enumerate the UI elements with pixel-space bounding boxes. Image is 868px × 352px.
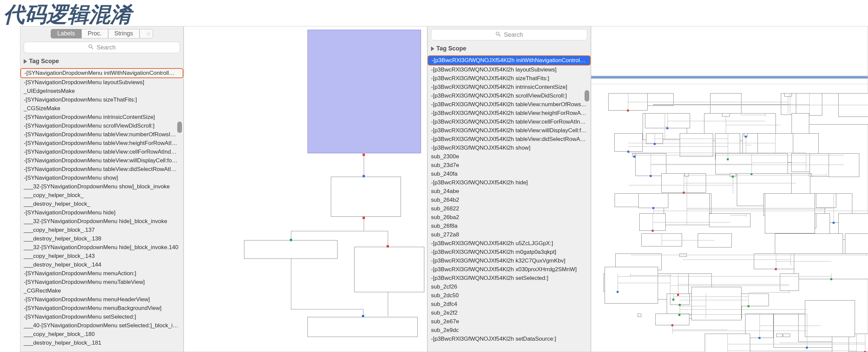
list-item[interactable]: _CGSizeMake bbox=[20, 104, 183, 113]
flow-node[interactable] bbox=[776, 334, 782, 337]
list-item[interactable]: ___destroy_helper_block_.181 bbox=[20, 339, 183, 347]
list-item[interactable]: -[p3BwcRXl3GfWQNOJXf54Kl2h intrinsicCont… bbox=[428, 83, 591, 91]
list-item[interactable]: -[p3BwcRXl3GfWQNOJXf54Kl2h layoutSubview… bbox=[428, 65, 591, 74]
list-item[interactable]: sub_2dfc4 bbox=[428, 300, 591, 309]
list-item[interactable]: -[p3BwcRXl3GfWQNOJXf54Kl2h k32C7QuxVgmKb… bbox=[428, 257, 591, 265]
list-item[interactable]: sub_2300e bbox=[428, 152, 591, 161]
flow-node[interactable] bbox=[805, 300, 855, 337]
list-item[interactable]: -[p3BwcRXl3GfWQNOJXf54Kl2h setSelected:] bbox=[428, 274, 591, 283]
list-item[interactable]: -[p3BwcRXl3GfWQNOJXf54Kl2h tableView:hei… bbox=[428, 109, 591, 118]
flow-node[interactable] bbox=[604, 267, 658, 303]
list-item[interactable]: -[SYNavigationDropdownMenu show] bbox=[20, 174, 183, 182]
list-item[interactable]: -[p3BwcRXl3GfWQNOJXf54Kl2h tableView:cel… bbox=[428, 118, 591, 126]
flow-node[interactable] bbox=[783, 334, 790, 337]
list-item[interactable]: ___copy_helper_block_.180 bbox=[20, 330, 183, 339]
list-item[interactable]: -[SYNavigationDropdownMenu hide] bbox=[20, 208, 183, 217]
list-item[interactable]: -[SYNavigationDropdownMenu sizeThatFits:… bbox=[20, 95, 183, 104]
list-item[interactable]: ___32-[SYNavigationDropdownMenu show]_bl… bbox=[20, 182, 183, 191]
list-item[interactable]: -[p3BwcRXl3GfWQNOJXf54Kl2h u5ZcLJGGpX:] bbox=[428, 239, 591, 248]
list-item[interactable]: -[SYNavigationDropdownMenu setSelected:] bbox=[20, 313, 183, 321]
list-item[interactable]: -[SYNavigationDropdownMenu initWithNavig… bbox=[20, 68, 183, 78]
list-item[interactable]: ___32-[SYNavigationDropdownMenu hide]_bl… bbox=[20, 217, 183, 226]
list-item[interactable]: sub_23d7e bbox=[428, 161, 591, 170]
list-item[interactable]: -[p3BwcRXl3GfWQNOJXf54Kl2h tableView:did… bbox=[428, 135, 591, 144]
flow-node[interactable] bbox=[845, 233, 868, 256]
flow-node[interactable] bbox=[775, 233, 843, 255]
flow-node[interactable] bbox=[722, 113, 730, 117]
list-item[interactable]: sub_2cf26 bbox=[428, 283, 591, 291]
list-item[interactable]: -[SYNavigationDropdownMenu tableView:did… bbox=[20, 165, 183, 174]
flow-node[interactable] bbox=[307, 30, 421, 153]
list-item[interactable]: -[p3BwcRXl3GfWQNOJXf54Kl2h setDataSource… bbox=[428, 334, 591, 343]
flow-node[interactable] bbox=[680, 133, 713, 157]
flow-node[interactable] bbox=[331, 177, 401, 217]
list-item[interactable]: _CGRectMake bbox=[20, 287, 183, 295]
list-item[interactable]: -[p3BwcRXl3GfWQNOJXf54Kl2h tableView:num… bbox=[428, 100, 591, 109]
flow-node[interactable] bbox=[614, 133, 643, 152]
left-flow-canvas[interactable] bbox=[184, 26, 427, 352]
tab-favorite[interactable]: ☆ bbox=[140, 29, 153, 38]
tab-strings[interactable]: Strings bbox=[108, 29, 140, 38]
list-item[interactable]: -[SYNavigationDropdownMenu menuTableView… bbox=[20, 278, 183, 287]
list-item[interactable]: sub_264b2 bbox=[428, 196, 591, 204]
list-item[interactable]: -[p3BwcRXl3GfWQNOJXf54Kl2h hide] bbox=[428, 178, 591, 187]
flow-node[interactable] bbox=[816, 194, 836, 208]
list-item[interactable]: -[SYNavigationDropdownMenu menuHeaderVie… bbox=[20, 295, 183, 304]
list-item[interactable]: ___copy_helper_block_ bbox=[20, 191, 183, 200]
list-item[interactable]: ___copy_helper_block_.137 bbox=[20, 226, 183, 234]
list-item[interactable]: sub_2dc50 bbox=[428, 291, 591, 300]
flow-node[interactable] bbox=[638, 314, 641, 317]
list-item[interactable]: sub_272a8 bbox=[428, 230, 591, 239]
flow-node[interactable] bbox=[829, 153, 860, 177]
list-item[interactable]: ___40-[SYNavigationDropdownMenu setSelec… bbox=[20, 321, 183, 330]
flow-node[interactable] bbox=[709, 213, 750, 227]
left-search-input[interactable]: Search bbox=[24, 42, 180, 53]
right-scrollbar[interactable] bbox=[585, 90, 589, 101]
flow-node[interactable] bbox=[655, 314, 689, 325]
left-symbol-list[interactable]: -[SYNavigationDropdownMenu initWithNavig… bbox=[20, 68, 183, 352]
list-item[interactable]: sub_24abe bbox=[428, 187, 591, 196]
list-item[interactable]: -[p3BwcRXl3GfWQNOJXf54Kl2h tableView:wil… bbox=[428, 126, 591, 135]
list-item[interactable]: -[SYNavigationDropdownMenu menuAction:] bbox=[20, 269, 183, 278]
list-item[interactable]: ___destroy_helper_block_.138 bbox=[20, 234, 183, 243]
list-item[interactable]: -[p3BwcRXl3GfWQNOJXf54Kl2h initWithNavig… bbox=[428, 55, 591, 65]
list-item[interactable]: sub_2e2f2 bbox=[428, 309, 591, 317]
flow-node[interactable] bbox=[698, 233, 732, 247]
list-item[interactable]: -[SYNavigationDropdownMenu layoutSubview… bbox=[20, 78, 183, 87]
right-flow-canvas[interactable] bbox=[591, 26, 868, 352]
list-item[interactable]: ___destroy_helper_block_ bbox=[20, 200, 183, 208]
flow-node[interactable] bbox=[784, 93, 792, 96]
list-item[interactable]: -[SYNavigationDropdownMenu tableView:hei… bbox=[20, 139, 183, 148]
list-item[interactable]: sub_26f8a bbox=[428, 222, 591, 230]
list-item[interactable]: -[p3BwcRXl3GfWQNOJXf54Kl2h show] bbox=[428, 144, 591, 152]
list-item[interactable]: sub_2e67e bbox=[428, 317, 591, 326]
list-item[interactable]: -[SYNavigationDropdownMenu tableView:cel… bbox=[20, 148, 183, 156]
flow-node[interactable] bbox=[354, 247, 424, 292]
tab-labels[interactable]: Labels bbox=[51, 29, 81, 38]
left-tag-scope[interactable]: Tag Scope bbox=[20, 54, 183, 68]
flow-node[interactable] bbox=[244, 240, 338, 259]
list-item[interactable]: -[p3BwcRXl3GfWQNOJXf54Kl2h m0gatp0a3qkpt… bbox=[428, 248, 591, 257]
list-item[interactable]: sub_240fa bbox=[428, 170, 591, 178]
flow-node[interactable] bbox=[765, 194, 815, 233]
list-item[interactable]: -[p3BwcRXl3GfWQNOJXf54Kl2h x030pnxXHrrdg… bbox=[428, 265, 591, 274]
list-item[interactable]: -[SYNavigationDropdownMenu intrinsicCont… bbox=[20, 113, 183, 122]
list-item[interactable]: -[p3BwcRXl3GfWQNOJXf54Kl2h scrollViewDid… bbox=[428, 91, 591, 100]
list-item[interactable]: -[SYNavigationDropdownMenu tableView:wil… bbox=[20, 156, 183, 165]
flow-node[interactable] bbox=[794, 254, 868, 279]
list-item[interactable]: -[p3BwcRXl3GfWQNOJXf54Kl2h sizeThatFits:… bbox=[428, 74, 591, 83]
list-item[interactable]: sub_26822 bbox=[428, 204, 591, 213]
flow-node[interactable] bbox=[691, 287, 741, 320]
right-tag-scope[interactable]: Tag Scope bbox=[428, 42, 591, 55]
flow-node[interactable] bbox=[307, 317, 417, 337]
flow-node[interactable] bbox=[638, 194, 669, 208]
right-symbol-list[interactable]: -[p3BwcRXl3GfWQNOJXf54Kl2h initWithNavig… bbox=[428, 55, 591, 352]
list-item[interactable]: ___32-[SYNavigationDropdownMenu hide]_bl… bbox=[20, 243, 183, 252]
list-item[interactable]: _UIEdgeInsetsMake bbox=[20, 87, 183, 95]
right-search-input[interactable]: Search bbox=[431, 29, 587, 40]
list-item[interactable]: ___destroy_helper_block_.144 bbox=[20, 261, 183, 269]
list-item[interactable]: sub_26ba2 bbox=[428, 213, 591, 222]
list-item[interactable]: ___copy_helper_block_.143 bbox=[20, 252, 183, 261]
list-item[interactable]: sub_2e9dc bbox=[428, 326, 591, 334]
list-item[interactable]: -[SYNavigationDropdownMenu menuBackgroun… bbox=[20, 304, 183, 313]
